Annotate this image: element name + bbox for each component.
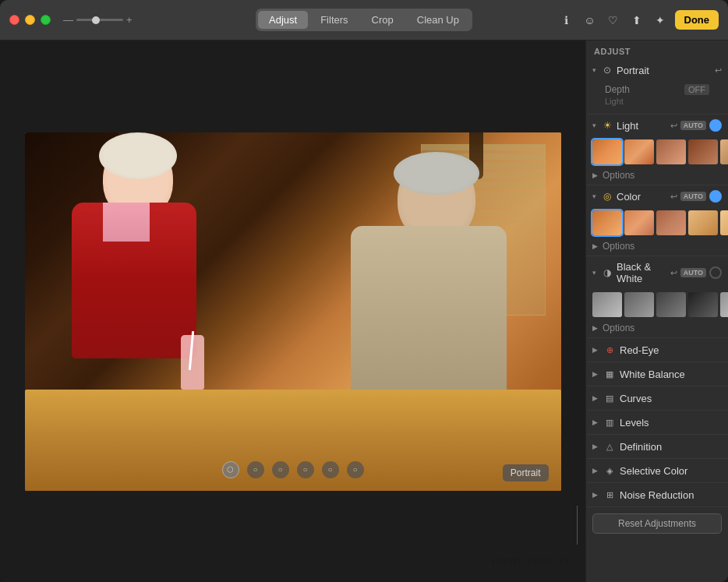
- bw-options-row[interactable]: ▶ Options: [586, 320, 728, 337]
- selective-color-section[interactable]: ▶ ◈ Selective Color: [586, 459, 728, 483]
- magic-icon[interactable]: ✦: [652, 12, 669, 29]
- filter-circle4-icon[interactable]: ○: [322, 461, 339, 478]
- filter-circle5-icon[interactable]: ○: [347, 461, 364, 478]
- definition-label: Definition: [620, 441, 722, 453]
- photo-scene: [25, 132, 561, 491]
- bw-thumb-1[interactable]: [592, 292, 622, 317]
- portrait-chevron: ▾: [592, 66, 596, 74]
- color-thumb-4[interactable]: [688, 210, 718, 235]
- bw-options-chevron: ▶: [592, 324, 598, 332]
- toolbar-tabs: Adjust Filters Crop Clean Up: [256, 9, 472, 31]
- redeye-section[interactable]: ▶ ⊕ Red-Eye: [586, 338, 728, 362]
- bw-auto-badge: AUTO: [680, 268, 706, 277]
- bw-undo-icon[interactable]: ↩: [670, 268, 677, 278]
- close-button[interactable]: [9, 15, 19, 25]
- bw-thumb-2[interactable]: [624, 292, 654, 317]
- light-thumb-3[interactable]: [656, 139, 686, 164]
- done-button[interactable]: Done: [675, 10, 719, 30]
- bw-chevron: ▾: [592, 269, 596, 277]
- light-options-chevron: ▶: [592, 171, 598, 179]
- color-toggle[interactable]: [709, 190, 722, 203]
- filter-circle1-icon[interactable]: ○: [247, 461, 264, 478]
- color-options-row[interactable]: ▶ Options: [586, 238, 728, 256]
- curves-section[interactable]: ▶ ▤ Curves: [586, 386, 728, 411]
- color-options-chevron: ▶: [592, 242, 598, 250]
- light-options-label: Options: [603, 170, 634, 181]
- panel-header: ADJUST: [586, 41, 728, 59]
- whitebalance-label: White Balance: [620, 369, 722, 380]
- bw-thumb-4[interactable]: [688, 292, 718, 317]
- share-icon[interactable]: ⬆: [628, 12, 645, 29]
- zoom-track[interactable]: [76, 19, 123, 21]
- color-options-label: Options: [603, 241, 634, 252]
- portrait-label: Portrait: [617, 65, 712, 76]
- fullscreen-button[interactable]: [41, 15, 51, 25]
- redeye-label: Red-Eye: [620, 344, 722, 356]
- light-toggle[interactable]: [709, 119, 722, 132]
- levels-chevron: ▶: [592, 418, 598, 426]
- tab-crop[interactable]: Crop: [361, 11, 405, 29]
- filter-circle3-icon[interactable]: ○: [297, 461, 314, 478]
- titlebar: — + Adjust Filters Crop Clean Up ℹ ☺ ♡ ⬆…: [0, 0, 728, 41]
- noise-reduction-section[interactable]: ▶ ⊞ Noise Reduction: [586, 483, 728, 507]
- main-window: ניתן ללחוץ כאן כדי לבצע תיקונים, להוסיף …: [0, 0, 728, 582]
- color-thumb-1[interactable]: [592, 210, 622, 235]
- bw-thumb-3[interactable]: [656, 292, 686, 317]
- definition-chevron: ▶: [592, 443, 598, 450]
- color-label: Color: [617, 191, 667, 203]
- zoom-slider-area[interactable]: — +: [63, 14, 133, 26]
- definition-icon: △: [603, 440, 616, 453]
- light-undo-icon[interactable]: ↩: [670, 121, 677, 131]
- filter-hex-icon[interactable]: ⬡: [222, 461, 239, 478]
- portrait-row[interactable]: ▾ ⊙ Portrait ↩: [586, 59, 728, 81]
- portrait-undo-icon[interactable]: ↩: [715, 65, 722, 76]
- tab-filters[interactable]: Filters: [309, 11, 359, 29]
- redeye-chevron: ▶: [592, 346, 598, 354]
- depth-value: OFF: [684, 84, 709, 95]
- selective-color-label: Selective Color: [620, 465, 722, 477]
- heart-icon[interactable]: ♡: [605, 12, 622, 29]
- light-section: ▾ ☀ Light ↩ AUTO ▶ Options: [586, 115, 728, 185]
- color-icon: ◎: [601, 190, 613, 203]
- portrait-details: Depth OFF Light: [586, 81, 728, 114]
- minimize-button[interactable]: [25, 15, 35, 25]
- zoom-plus-icon: +: [126, 14, 133, 26]
- info-icon[interactable]: ℹ: [558, 12, 575, 29]
- bw-thumb-5[interactable]: [720, 292, 728, 317]
- light-thumb-2[interactable]: [624, 139, 654, 164]
- light-options-row[interactable]: ▶ Options: [586, 168, 728, 185]
- tab-cleanup[interactable]: Clean Up: [406, 11, 470, 29]
- noise-reduction-chevron: ▶: [592, 491, 598, 499]
- light-section-row[interactable]: ▾ ☀ Light ↩ AUTO: [586, 115, 728, 136]
- toolbar-right: ℹ ☺ ♡ ⬆ ✦ Done: [558, 10, 719, 30]
- bw-toggle[interactable]: [709, 266, 722, 279]
- emoji-icon[interactable]: ☺: [581, 12, 599, 29]
- light-thumb-4[interactable]: [688, 139, 718, 164]
- color-undo-icon[interactable]: ↩: [670, 192, 677, 202]
- color-thumb-3[interactable]: [656, 210, 686, 235]
- whitebalance-section[interactable]: ▶ ▦ White Balance: [586, 362, 728, 386]
- color-thumb-2[interactable]: [624, 210, 654, 235]
- color-auto-badge: AUTO: [680, 192, 706, 201]
- zoom-thumb[interactable]: [92, 16, 100, 24]
- portrait-badge[interactable]: Portrait: [503, 464, 549, 481]
- levels-icon: ▥: [603, 416, 616, 429]
- color-thumbstrip: [586, 207, 728, 238]
- content-area: ⬡ ○ ○ ○ ○ ○ Portrait ADJUST ▾ ⊙ Portrait: [0, 41, 728, 582]
- bw-section-row[interactable]: ▾ ◑ Black & White ↩ AUTO: [586, 256, 728, 289]
- color-section-row[interactable]: ▾ ◎ Color ↩ AUTO: [586, 185, 728, 207]
- filter-circle2-icon[interactable]: ○: [272, 461, 289, 478]
- light-thumb-1[interactable]: [592, 139, 622, 164]
- reset-adjustments-button[interactable]: Reset Adjustments: [592, 513, 722, 534]
- definition-section[interactable]: ▶ △ Definition: [586, 435, 728, 459]
- levels-section[interactable]: ▶ ▥ Levels: [586, 411, 728, 435]
- selective-color-icon: ◈: [603, 464, 616, 477]
- light-thumb-5[interactable]: [720, 139, 728, 164]
- light-label: Light: [617, 120, 667, 132]
- depth-row: Depth OFF: [605, 83, 709, 97]
- light-auto-badge: AUTO: [680, 121, 706, 130]
- redeye-icon: ⊕: [603, 344, 616, 356]
- curves-icon: ▤: [603, 392, 616, 404]
- tab-adjust[interactable]: Adjust: [258, 11, 308, 29]
- color-thumb-5[interactable]: [720, 210, 728, 235]
